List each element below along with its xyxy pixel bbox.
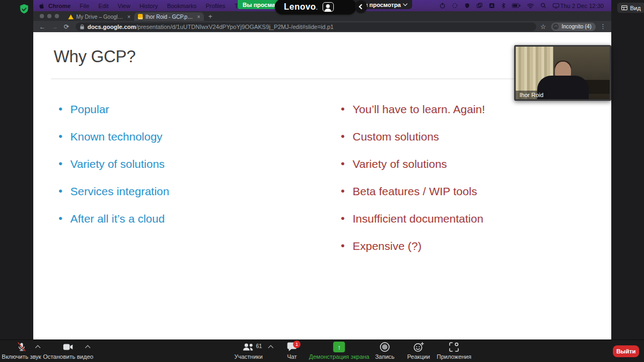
bookmark-star-icon[interactable]: ☆ [540,23,546,31]
collapse-overlay-button[interactable] [355,1,367,13]
participants-options-chevron[interactable] [268,345,274,351]
record-label: Запись [375,353,394,360]
pro-bullet-item: After all it’s a cloud [56,212,169,224]
incognito-profile-chip[interactable]: ◠ Incognito (4) [551,23,596,31]
window-controls [33,11,64,21]
participant-video-thumbnail[interactable]: Ihor Roid [514,45,611,101]
display-icon[interactable] [553,3,559,9]
back-button[interactable]: ← [39,24,46,30]
url-host: docs.google.com [87,24,136,30]
con-bullet-item: Expensive (?) [338,240,485,252]
browser-menu-icon[interactable]: ⋮ [600,23,606,30]
record-icon [379,342,390,352]
tab-close-icon[interactable]: × [127,14,130,20]
camera-user-icon[interactable] [323,2,334,12]
unmute-label: Включить звук [2,353,41,360]
con-bullet-item: Insufficient documentation [338,212,485,224]
reactions-label: Реакции [407,353,430,360]
chat-unread-badge: 1 [293,341,301,348]
menu-bar-item[interactable]: Profiles [206,3,225,9]
cons-bullet-list: You’ll have to learn. Again!Custom solut… [338,103,485,267]
zoom-view-button[interactable]: Вид [617,3,644,13]
lenovo-wordmark: Lenovo. [284,2,318,12]
forward-button[interactable]: → [52,24,58,30]
pro-bullet-item: Services integration [56,185,169,197]
power-icon[interactable] [440,3,445,9]
leave-meeting-button[interactable]: Выйти [613,345,639,357]
menu-status-icons: A [440,3,559,9]
menu-bar-item[interactable]: View [118,3,130,9]
share-screen-label: Демонстрация экрана [309,353,369,360]
spotlight-search-icon[interactable] [540,3,546,9]
reload-button[interactable]: ⟳ [64,24,69,30]
url-path: /presentation/d/1uUTDNIwxV24dPYpoYj9OGAK… [136,24,334,30]
input-source-icon[interactable]: A [489,3,495,9]
stop-video-label: Остановить видео [43,353,93,360]
reactions-smiley-icon [413,342,425,352]
menu-bar-item[interactable]: File [80,3,90,9]
video-camera-icon [62,342,74,352]
window-zoom-button[interactable] [55,14,59,18]
tab-gcp-slides[interactable]: Ihor Roid - GCP.pptx - Google × [134,12,204,21]
window-close-button[interactable] [40,14,44,18]
window-minimize-button[interactable] [47,14,52,18]
view-grid-icon [621,5,627,10]
bluetooth-icon[interactable] [501,3,506,9]
slide-title: Why GCP? [54,47,136,67]
participants-label: Участники [235,353,263,360]
wifi-icon[interactable] [527,3,534,9]
menu-bar-clock[interactable]: Thu 2 Dec 12:30 [560,3,604,9]
share-screen-icon: ↑ [333,342,345,352]
participants-count: 61 [256,343,262,349]
con-bullet-item: Custom solutions [338,130,485,142]
chevron-left-icon [359,4,364,10]
apps-button[interactable]: Приложения [437,342,471,360]
pro-bullet-item: Known technology [56,130,169,142]
zoom-toolbar: Включить звук Остановить видео Участники… [0,339,644,362]
unmute-button[interactable]: Включить звук [2,342,41,360]
microphone-muted-icon [16,342,27,352]
stop-video-button[interactable]: Остановить видео [43,342,93,360]
slides-favicon [138,14,143,19]
incognito-icon: ◠ [553,24,559,29]
chevron-down-icon [403,2,407,6]
lock-icon [80,24,84,29]
menu-bar-item[interactable]: Bookmarks [167,3,196,9]
tab-close-icon[interactable]: × [197,14,200,20]
menu-bar-item[interactable]: Chrome [48,3,71,9]
incognito-label: Incognito (4) [561,24,591,29]
lenovo-camera-overlay: Lenovo. [275,0,356,14]
shield-status-icon[interactable] [464,3,470,9]
view-button-label: Вид [630,5,641,11]
pros-bullet-list: PopularKnown technologyVariety of soluti… [56,103,169,240]
pro-bullet-item: Popular [56,103,169,115]
copy-icon[interactable] [477,3,482,9]
battery-icon[interactable] [512,3,521,8]
browser-toolbar: ← → ⟳ docs.google.com/presentation/d/1uU… [33,21,611,32]
menu-bar-item[interactable]: History [140,3,158,9]
svg-text:A: A [491,3,493,8]
participants-icon [242,342,255,352]
security-shield-icon[interactable] [18,3,30,15]
chat-label: Чат [287,353,297,360]
record-button[interactable]: Запись [375,342,394,360]
share-screen-button[interactable]: ↑ Демонстрация экрана [309,342,369,360]
pro-bullet-item: Variety of solutions [56,158,169,169]
tab-title: My Drive – Google Drive [76,14,125,20]
title-divider [51,78,593,79]
google-drive-favicon [68,14,74,19]
new-tab-button[interactable]: + [208,12,213,20]
con-bullet-item: Variety of solutions [338,158,485,169]
con-bullet-item: You’ll have to learn. Again! [338,103,485,115]
participant-name-label: Ihor Roid [516,91,547,99]
apple-logo-icon [39,3,45,9]
address-bar[interactable]: docs.google.com/presentation/d/1uUTDNIwx… [76,23,536,31]
apps-icon [449,342,459,352]
reactions-button[interactable]: Реакции [407,342,430,360]
keystroke-icon[interactable] [452,3,458,9]
viewing-label: Вы просмат [243,2,278,8]
menu-bar-item[interactable]: Edit [98,3,108,9]
tab-google-drive[interactable]: My Drive – Google Drive × [64,12,134,21]
con-bullet-item: Beta features / WIP tools [338,185,485,197]
apps-label: Приложения [437,353,471,360]
